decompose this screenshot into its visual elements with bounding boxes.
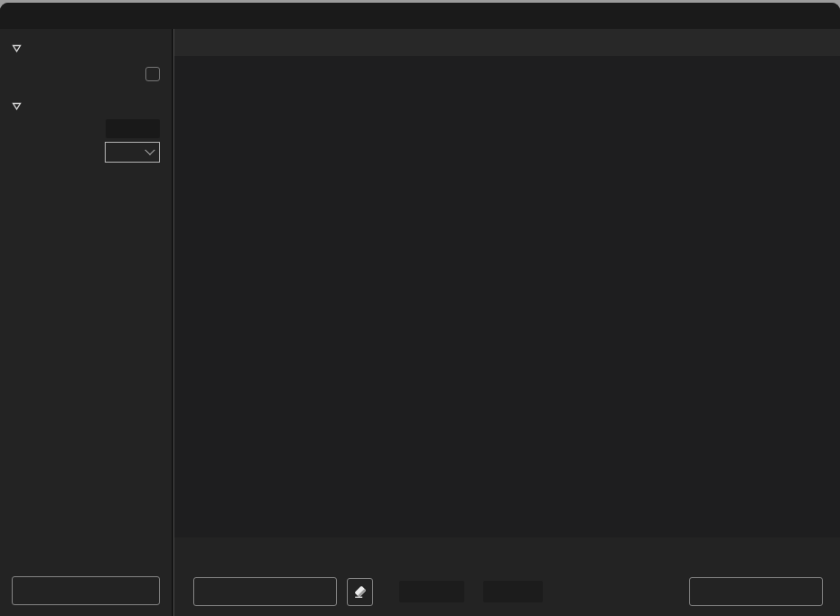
build-graph-button[interactable] — [193, 577, 337, 606]
build-map-button[interactable] — [12, 576, 160, 605]
eraser-button[interactable] — [347, 578, 373, 606]
footer-bar — [174, 537, 840, 616]
collapse-triangle-icon — [12, 102, 22, 110]
title-bar — [0, 3, 840, 29]
collision-map-section-header[interactable] — [12, 44, 160, 52]
safe-distance-x-input[interactable] — [399, 581, 464, 602]
spline-mode-checkbox[interactable] — [145, 67, 160, 81]
fixed-lead-dir-row — [12, 140, 160, 164]
tilt-center-offset-input[interactable] — [106, 119, 160, 138]
sidebar — [0, 29, 172, 616]
chevron-down-icon — [145, 145, 154, 154]
collapse-triangle-icon — [12, 44, 22, 52]
main-panel — [174, 29, 840, 616]
footer-controls — [193, 577, 823, 606]
collision-map-chart — [174, 56, 840, 537]
safe-distance-y-input[interactable] — [483, 581, 543, 602]
eraser-icon — [352, 584, 368, 600]
spline-mode-row — [12, 62, 160, 86]
tab-bar — [174, 29, 840, 56]
tilt-center-offset-row — [12, 117, 160, 140]
redundant-axes-optimizer-dialog — [0, 3, 840, 616]
configuration-section-header[interactable] — [12, 102, 160, 110]
fixed-lead-dir-select[interactable] — [105, 142, 160, 163]
update-toolpath-button[interactable] — [689, 577, 823, 606]
